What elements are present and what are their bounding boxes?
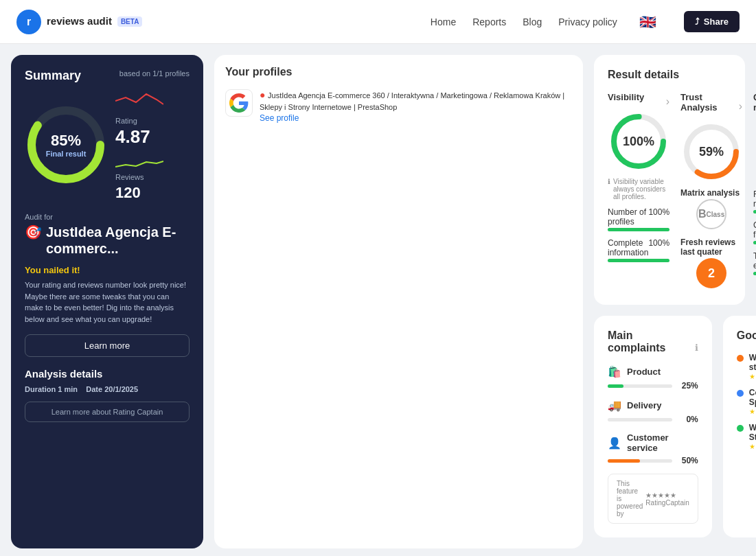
powered-label: This feature is powered by bbox=[617, 480, 643, 518]
flag-icon[interactable]: 🇬🇧 bbox=[639, 14, 656, 30]
learn-more-button[interactable]: Learn more about Rating Captain bbox=[25, 402, 190, 422]
nav-blog[interactable]: Blog bbox=[523, 16, 542, 27]
fresh-badge: 2 bbox=[696, 258, 726, 288]
duration-label: Duration bbox=[25, 385, 56, 393]
service-name: Customer service bbox=[627, 432, 698, 453]
rating-area: Rating 4.87 Reviews 120 bbox=[115, 87, 163, 202]
share-button[interactable]: ⤴ Share bbox=[684, 11, 740, 32]
main-content: Result details Visibility › bbox=[594, 55, 745, 537]
service-pct: 50% bbox=[678, 456, 698, 465]
donut-center: 85% Final result bbox=[46, 132, 87, 158]
result-card: Result details Visibility › bbox=[594, 55, 745, 305]
trust-rows: Matrix analysis B Class Fresh reviews la… bbox=[680, 188, 742, 291]
comp-meta-2: ★ 5 💬 123 bbox=[749, 407, 756, 416]
result-title: Result details bbox=[608, 69, 731, 81]
complaints-card: Main complaints ℹ 🛍️ Product 25% 🚚 bbox=[594, 316, 712, 537]
complaints-title-row: Main complaints ℹ bbox=[608, 329, 698, 365]
final-percent: 85% bbox=[46, 132, 87, 150]
comp-meta-3: ★ 5 💬 100 bbox=[749, 442, 756, 451]
delivery-pct: 0% bbox=[678, 415, 698, 424]
see-profile-link-1[interactable]: See profile bbox=[260, 113, 299, 123]
comp-meta-1: ★ 5 💬 201 bbox=[749, 372, 756, 381]
audit-name: 🎯 JustIdea Agencja E-commerc... bbox=[25, 224, 190, 257]
learn-button[interactable]: Learn more bbox=[25, 334, 190, 357]
product-icon: 🛍️ bbox=[608, 365, 621, 378]
metric-tone: Tone of expression 97% bbox=[753, 251, 756, 270]
nav-home[interactable]: Home bbox=[431, 16, 456, 27]
quality-title: Quality of reviews bbox=[753, 92, 756, 113]
summary-title: Summary bbox=[25, 69, 81, 83]
competitors-card: Google competitors ℹ Wojoweb – strony in… bbox=[723, 316, 756, 537]
comp-name-2: ComputerSoft Sp. z o... bbox=[749, 388, 756, 407]
trust-arrow[interactable]: › bbox=[739, 100, 742, 113]
trust-title: Trust Analysis bbox=[680, 92, 739, 113]
audit-for: Audit for bbox=[25, 213, 190, 221]
logo-reviews: reviews bbox=[47, 16, 84, 27]
nail-text: Your rating and reviews number look pret… bbox=[25, 279, 190, 325]
visibility-note: ℹVisibility variable always considers al… bbox=[608, 178, 669, 200]
nav-reports[interactable]: Reports bbox=[472, 16, 506, 27]
google-dot: ● bbox=[260, 89, 265, 100]
visibility-circle: 100% bbox=[608, 111, 669, 172]
competitor-1: Wojoweb – strony int... ★ 5 💬 201 bbox=[737, 353, 756, 381]
share-icon: ⤴ bbox=[695, 16, 700, 27]
visibility-col: Visibility › 100% ℹVisibilit bbox=[608, 92, 669, 291]
trust-circle: 59% bbox=[680, 121, 742, 183]
quality-col: Quality of reviews › 95% Rep bbox=[753, 92, 756, 291]
metric-reply: Replying to reviews 97% bbox=[753, 189, 756, 209]
complaint-delivery: 🚚 Delivery 0% bbox=[608, 399, 698, 424]
product-name: Product bbox=[627, 367, 661, 377]
complaints-info-icon[interactable]: ℹ bbox=[695, 343, 698, 353]
logo-text: reviews audit BETA bbox=[47, 16, 142, 27]
reviews-value: 120 bbox=[115, 184, 163, 202]
visibility-arrow[interactable]: › bbox=[666, 95, 669, 108]
logo: r reviews audit BETA bbox=[16, 10, 142, 34]
rating-value: 4.87 bbox=[115, 128, 163, 146]
competitors-list: Wojoweb – strony int... ★ 5 💬 201 bbox=[737, 353, 756, 458]
duration-val: 1 min bbox=[58, 385, 78, 393]
based-on: based on 1/1 profiles bbox=[119, 69, 190, 78]
navbar: r reviews audit BETA Home Reports Blog P… bbox=[0, 0, 756, 44]
metric-feedback: Customer feedback 90% bbox=[753, 220, 756, 240]
final-label: Final result bbox=[46, 150, 87, 158]
nav-privacy[interactable]: Privacy policy bbox=[558, 16, 617, 27]
matrix-badge: B Class bbox=[696, 199, 726, 229]
profile-item-1: ● JustIdea Agencja E-commerce 360 / Inte… bbox=[225, 89, 572, 123]
analysis-meta: Duration 1 min Date 20/1/2025 bbox=[25, 385, 190, 393]
complaint-product: 🛍️ Product 25% bbox=[608, 365, 698, 391]
nav-links: Home Reports Blog Privacy policy 🇬🇧 ⤴ Sh… bbox=[431, 11, 740, 32]
competitor-3: WEBQOS – Strony inte... ★ 5 💬 100 bbox=[737, 423, 756, 451]
comp-dot-3 bbox=[737, 425, 744, 432]
competitors-title: Google competitors bbox=[737, 329, 756, 342]
date-val: 20/1/2025 bbox=[104, 385, 138, 393]
rating-label: Rating bbox=[115, 117, 163, 125]
company-name: JustIdea Agencja E-commerc... bbox=[46, 224, 190, 257]
trust-col: Trust Analysis › 59% bbox=[680, 92, 742, 291]
comp-dot-2 bbox=[737, 390, 744, 397]
reviews-label: Reviews bbox=[115, 173, 163, 181]
page: Summary based on 1/1 profiles 85% Final … bbox=[0, 44, 756, 556]
comp-dot-1 bbox=[737, 355, 744, 362]
profiles-card: Your profiles ● JustIdea Agencja E-comme… bbox=[214, 55, 583, 548]
nail-title: You nailed it! bbox=[25, 265, 190, 275]
google-logo bbox=[229, 93, 249, 113]
analysis-details: Analysis details Duration 1 min Date 20/… bbox=[25, 368, 190, 422]
visibility-title: Visibility bbox=[608, 92, 644, 102]
comp-stars-1: ★ bbox=[749, 373, 755, 380]
comp-name-3: WEBQOS – Strony inte... bbox=[749, 423, 756, 442]
complaint-service: 👤 Customer service 50% bbox=[608, 432, 698, 465]
metric-profiles: Number of profiles 100% bbox=[608, 207, 669, 227]
target-icon: 🎯 bbox=[25, 224, 42, 240]
complaints-title: Main complaints bbox=[608, 329, 692, 354]
delivery-name: Delivery bbox=[627, 400, 662, 410]
competitors-content: Wojoweb – strony int... ★ 5 💬 201 bbox=[737, 353, 756, 458]
trust-value: 59% bbox=[699, 145, 724, 159]
date-label: Date bbox=[86, 385, 102, 393]
comp-name-1: Wojoweb – strony int... bbox=[749, 353, 756, 372]
comp-stars-3: ★ bbox=[749, 443, 755, 450]
logo-audit: audit bbox=[87, 16, 112, 27]
profiles-title: Your profiles bbox=[225, 66, 572, 78]
score-area: 85% Final result Rating 4.87 Reviews 120 bbox=[25, 87, 190, 202]
metric-complete: Complete information 100% bbox=[608, 238, 669, 257]
result-cols: Visibility › 100% ℹVisibilit bbox=[608, 92, 731, 291]
